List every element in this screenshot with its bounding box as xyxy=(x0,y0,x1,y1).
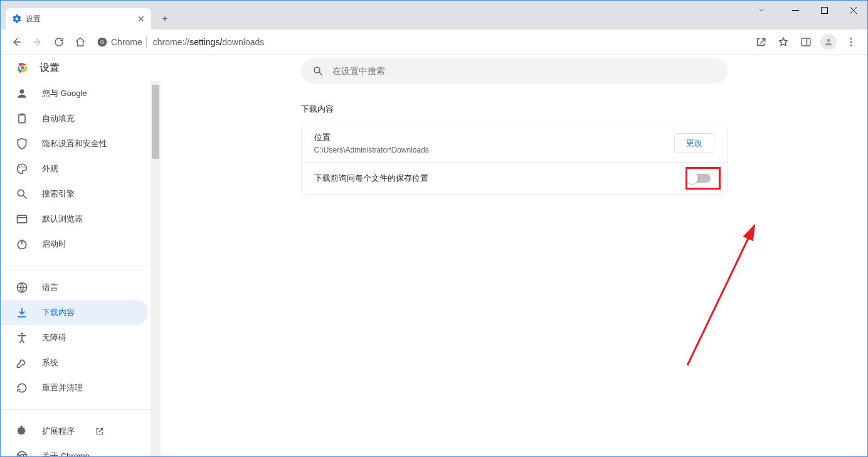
sidebar-item-privacy[interactable]: 隐私设置和安全性 xyxy=(1,131,148,156)
gear-icon xyxy=(12,14,22,24)
settings-search[interactable] xyxy=(301,58,728,83)
sidebar-item-downloads[interactable]: 下载内容 xyxy=(1,300,148,325)
svg-rect-4 xyxy=(802,38,810,46)
svg-point-16 xyxy=(19,167,21,168)
chrome-logo-icon xyxy=(16,61,29,75)
svg-rect-14 xyxy=(19,114,25,122)
extension-icon xyxy=(16,425,28,438)
sidebar-item-about[interactable]: 关于 Chrome xyxy=(1,444,148,456)
titlebar: 设置 ✕ + xyxy=(1,1,867,30)
download-icon xyxy=(16,306,28,319)
download-location-row: 位置 C:\Users\Administrator\Downloads 更改 xyxy=(302,124,727,162)
person-icon xyxy=(16,87,28,100)
bookmark-star-icon[interactable] xyxy=(772,31,795,53)
sidebar-item-languages[interactable]: 语言 xyxy=(1,275,148,300)
reload-button[interactable] xyxy=(48,31,70,53)
sidebar-scrollbar[interactable] xyxy=(151,81,161,456)
sidebar-item-extensions[interactable]: 扩展程序 xyxy=(1,419,148,444)
annotation-arrow xyxy=(650,205,775,368)
omnibox[interactable]: Chrome chrome://settings/downloads xyxy=(95,33,749,51)
profile-avatar[interactable] xyxy=(817,31,840,53)
browser-tab[interactable]: 设置 ✕ xyxy=(6,8,151,30)
site-chip: Chrome xyxy=(95,33,153,51)
sidebar-item-accessibility[interactable]: 无障碍 xyxy=(1,325,148,350)
sidebar-item-appearance[interactable]: 外观 xyxy=(1,156,148,181)
share-icon[interactable] xyxy=(749,31,772,53)
browser-window-icon xyxy=(16,213,28,225)
window-close-button[interactable] xyxy=(839,1,867,19)
sidebar-item-label: 下载内容 xyxy=(42,307,75,318)
ask-before-download-row: 下载前询问每个文件的保存位置 xyxy=(302,162,727,194)
svg-point-9 xyxy=(850,44,852,46)
url-text: chrome://settings/downloads xyxy=(153,37,264,47)
sidebar-item-on-startup[interactable]: 启动时 xyxy=(1,232,148,257)
location-label: 位置 xyxy=(314,132,674,143)
svg-point-8 xyxy=(850,41,852,43)
settings-search-input[interactable] xyxy=(332,66,716,76)
sidebar-item-label: 搜索引擎 xyxy=(42,188,75,200)
chip-divider xyxy=(146,36,147,48)
tab-search-chevron-icon[interactable] xyxy=(747,1,776,19)
settings-header: 设置 xyxy=(1,55,161,81)
search-icon xyxy=(16,188,28,200)
svg-rect-0 xyxy=(821,7,827,13)
settings-title: 设置 xyxy=(40,62,60,75)
clipboard-icon xyxy=(16,112,28,125)
back-button[interactable] xyxy=(6,31,27,53)
chrome-icon xyxy=(97,37,107,47)
globe-icon xyxy=(16,281,28,294)
sidebar-item-label: 语言 xyxy=(42,282,58,293)
scrollbar-thumb[interactable] xyxy=(152,85,159,159)
sidebar-item-label: 默认浏览器 xyxy=(42,213,83,225)
sidebar-item-label: 自动填充 xyxy=(42,113,75,124)
chrome-outline-icon xyxy=(16,450,28,456)
sidebar-item-you-and-google[interactable]: 您与 Google xyxy=(1,81,148,106)
sidebar-item-label: 扩展程序 xyxy=(42,426,75,437)
accessibility-icon xyxy=(16,331,28,344)
palette-icon xyxy=(16,163,28,175)
close-tab-icon[interactable]: ✕ xyxy=(137,14,145,24)
sidebar-item-label: 启动时 xyxy=(42,239,66,250)
site-chip-label: Chrome xyxy=(111,37,142,47)
window-maximize-button[interactable] xyxy=(810,1,839,19)
browser-toolbar: Chrome chrome://settings/downloads xyxy=(1,30,867,55)
sidebar-item-default-browser[interactable]: 默认浏览器 xyxy=(1,207,148,232)
change-location-button[interactable]: 更改 xyxy=(674,133,714,153)
search-icon xyxy=(312,65,324,77)
kebab-menu-icon[interactable] xyxy=(840,31,862,53)
restore-icon xyxy=(16,382,28,394)
ask-label: 下载前询问每个文件的保存位置 xyxy=(314,173,684,184)
location-value: C:\Users\Administrator\Downloads xyxy=(314,146,674,154)
svg-line-20 xyxy=(24,196,27,199)
forward-button[interactable] xyxy=(27,31,48,53)
svg-rect-15 xyxy=(21,114,24,116)
downloads-card: 位置 C:\Users\Administrator\Downloads 更改 下… xyxy=(301,124,728,195)
svg-line-31 xyxy=(687,225,754,365)
sidebar-item-label: 重置并清理 xyxy=(42,382,83,394)
home-button[interactable] xyxy=(70,31,91,53)
open-external-icon xyxy=(93,425,106,438)
window-minimize-button[interactable] xyxy=(781,1,810,19)
svg-line-30 xyxy=(319,72,322,75)
sidebar-item-label: 您与 Google xyxy=(42,88,87,99)
sidebar-item-autofill[interactable]: 自动填充 xyxy=(1,106,148,131)
svg-point-3 xyxy=(101,41,103,43)
new-tab-button[interactable]: + xyxy=(156,10,174,28)
shield-icon xyxy=(16,137,28,150)
svg-point-29 xyxy=(314,67,320,73)
side-panel-icon[interactable] xyxy=(795,31,817,53)
annotation-highlight-box xyxy=(685,167,721,190)
svg-point-18 xyxy=(23,167,24,168)
svg-point-17 xyxy=(21,166,23,167)
svg-point-13 xyxy=(20,89,24,94)
sidebar-divider xyxy=(1,266,151,266)
section-title: 下载内容 xyxy=(301,104,728,115)
sidebar-item-reset[interactable]: 重置并清理 xyxy=(1,375,148,401)
tab-title: 设置 xyxy=(26,14,134,24)
sidebar-item-label: 关于 Chrome xyxy=(42,451,90,456)
svg-point-6 xyxy=(827,38,830,41)
sidebar-item-system[interactable]: 系统 xyxy=(1,350,148,375)
sidebar-divider xyxy=(1,409,151,410)
svg-rect-21 xyxy=(18,215,27,223)
sidebar-item-search-engine[interactable]: 搜索引擎 xyxy=(1,181,148,207)
